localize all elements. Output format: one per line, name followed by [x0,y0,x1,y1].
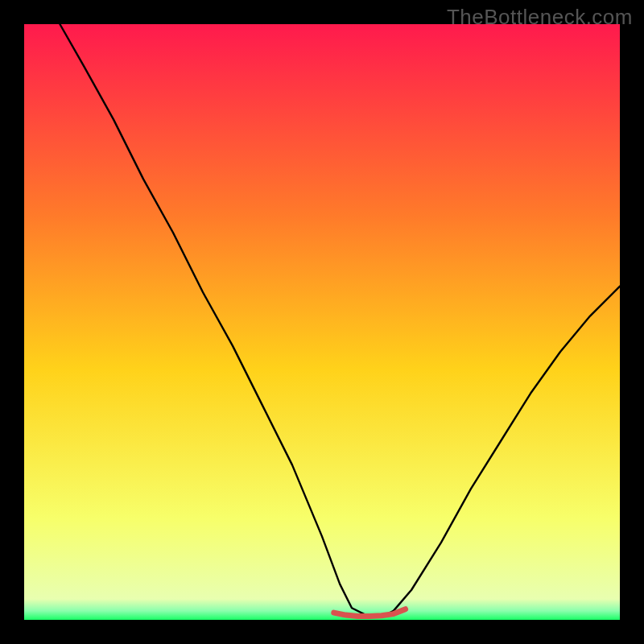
chart-svg [0,0,644,644]
plot-area-gradient [24,24,620,620]
chart-container: TheBottleneck.com [0,0,644,644]
watermark-text: TheBottleneck.com [447,5,633,30]
